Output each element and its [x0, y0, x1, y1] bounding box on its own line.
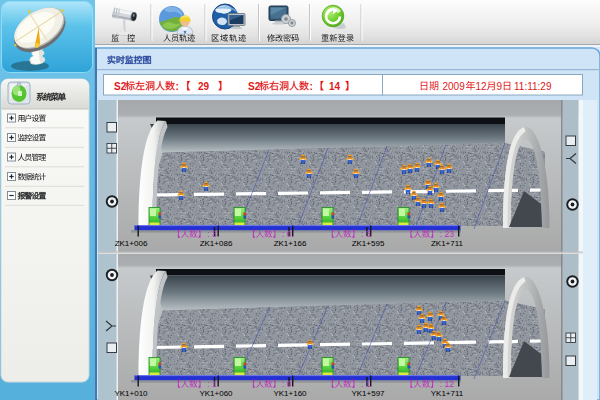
svg-text:YK1+010: YK1+010 [114, 389, 148, 398]
svg-text:ZK1+006: ZK1+006 [115, 239, 148, 248]
svg-text::: : [310, 81, 313, 92]
svg-text:ZK1+711: ZK1+711 [431, 239, 464, 248]
svg-text:11:11:29: 11:11:29 [514, 81, 552, 92]
svg-text:: 3: : 3 [361, 229, 371, 239]
svg-text:: 3: : 3 [207, 229, 217, 239]
svg-text:YK1+711: YK1+711 [431, 389, 464, 398]
svg-text:YK1+060: YK1+060 [199, 389, 233, 398]
svg-text:: 1: : 1 [361, 379, 371, 389]
svg-text:2009: 2009 [443, 81, 466, 92]
svg-text:: 12: : 12 [440, 379, 454, 389]
svg-text:9: 9 [497, 81, 503, 92]
svg-text:YK1+597: YK1+597 [351, 389, 385, 398]
svg-text:S2: S2 [248, 81, 261, 92]
svg-text:ZK1+086: ZK1+086 [200, 239, 233, 248]
svg-text::: : [176, 81, 179, 92]
svg-text:S2: S2 [114, 81, 127, 92]
svg-text:14: 14 [329, 81, 341, 92]
svg-text:29: 29 [198, 81, 210, 92]
svg-text:12: 12 [476, 81, 488, 92]
svg-text:: 0: : 0 [282, 379, 292, 389]
svg-text:: 0: : 0 [282, 229, 292, 239]
svg-text:ZK1+595: ZK1+595 [352, 239, 385, 248]
svg-text:: 1: : 1 [207, 379, 217, 389]
svg-text:: 23: : 23 [440, 229, 454, 239]
svg-text:YK1+160: YK1+160 [273, 389, 307, 398]
svg-text:ZK1+166: ZK1+166 [274, 239, 307, 248]
